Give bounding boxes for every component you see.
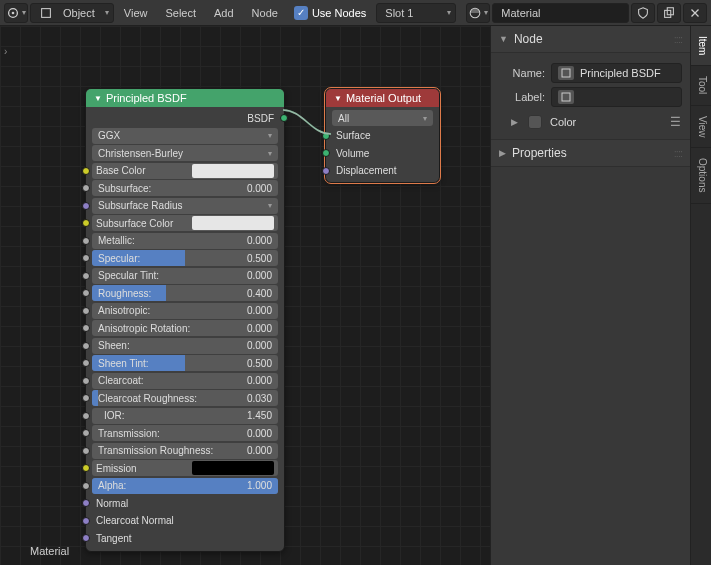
node-header[interactable]: ▼ Principled BSDF	[86, 89, 284, 107]
subsurface-method-dropdown[interactable]: Christensen-Burley ▾	[92, 145, 278, 161]
tab-item[interactable]: Item	[691, 26, 711, 66]
drag-icon[interactable]: ::::	[674, 33, 682, 45]
socket-out-icon[interactable]	[280, 114, 288, 122]
name-input[interactable]: Principled BSDF	[551, 63, 682, 83]
socket-in-icon[interactable]	[82, 394, 90, 402]
pin-button[interactable]	[631, 3, 655, 23]
socket-in-icon[interactable]	[82, 499, 90, 507]
use-nodes-toggle[interactable]: ✓ Use Nodes	[294, 6, 374, 20]
color-swatch[interactable]	[192, 461, 274, 475]
material-browse-button[interactable]: ▾	[466, 3, 490, 23]
prop-tangent[interactable]: Tangent	[92, 530, 278, 546]
prop-clearcoat-[interactable]: Clearcoat:0.000	[92, 373, 278, 389]
socket-in-icon[interactable]	[82, 219, 90, 227]
socket-in-icon[interactable]	[82, 429, 90, 437]
distribution-dropdown[interactable]: GGX ▾	[92, 128, 278, 144]
socket-in-icon[interactable]	[82, 184, 90, 192]
list-icon[interactable]: ☰	[670, 115, 682, 129]
socket-in-icon[interactable]	[82, 272, 90, 280]
node-editor-area[interactable]: › Material ▼ Principled BSDF BSDF GGX ▾ …	[0, 26, 490, 565]
new-material-button[interactable]	[657, 3, 681, 23]
prop-alpha-[interactable]: Alpha:1.000	[92, 478, 278, 494]
prop-sheen-tint-[interactable]: Sheen Tint:0.500	[92, 355, 278, 371]
socket-in-icon[interactable]	[82, 324, 90, 332]
socket-in-icon[interactable]	[82, 464, 90, 472]
chevron-down-icon: ▾	[447, 8, 451, 17]
collapse-icon: ▼	[499, 34, 508, 44]
color-checkbox[interactable]	[528, 115, 542, 129]
prop-specular-[interactable]: Specular:0.500	[92, 250, 278, 266]
object-icon	[39, 6, 53, 20]
material-name-field[interactable]: Material	[492, 3, 629, 23]
tab-options[interactable]: Options	[691, 148, 711, 203]
prop-sheen-[interactable]: Sheen:0.000	[92, 338, 278, 354]
prop-anisotropic-rotation-[interactable]: Anisotropic Rotation:0.000	[92, 320, 278, 336]
node-header[interactable]: ▼ Material Output	[326, 89, 439, 107]
prop-transmission-roughness-[interactable]: Transmission Roughness:0.000	[92, 443, 278, 459]
unlink-button[interactable]	[683, 3, 707, 23]
close-icon	[688, 6, 702, 20]
prop-metallic-[interactable]: Metallic:0.000	[92, 233, 278, 249]
target-dropdown[interactable]: All ▾	[332, 110, 433, 126]
prop-transmission-[interactable]: Transmission:0.000	[92, 425, 278, 441]
prop-specular-tint-[interactable]: Specular Tint:0.000	[92, 268, 278, 284]
socket-in-icon[interactable]	[82, 289, 90, 297]
panel-node-header[interactable]: ▼ Node ::::	[491, 26, 690, 53]
socket-in-icon[interactable]	[82, 307, 90, 315]
menu-view[interactable]: View	[116, 3, 156, 23]
socket-in-icon[interactable]	[82, 202, 90, 210]
panel-properties-header[interactable]: ▶ Properties ::::	[491, 140, 690, 167]
socket-in-icon[interactable]	[322, 132, 330, 140]
socket-in-icon[interactable]	[82, 517, 90, 525]
tab-view[interactable]: View	[691, 106, 711, 149]
socket-in-icon[interactable]	[82, 237, 90, 245]
socket-in-icon[interactable]	[82, 412, 90, 420]
prop-emission[interactable]: Emission	[92, 460, 278, 476]
socket-in-icon[interactable]	[322, 149, 330, 157]
chevron-down-icon: ▾	[268, 201, 272, 210]
socket-in-icon[interactable]	[82, 482, 90, 490]
editor-type-button[interactable]: ▾	[4, 3, 28, 23]
menu-select[interactable]: Select	[157, 3, 204, 23]
socket-in-icon[interactable]	[82, 254, 90, 262]
prop-roughness-[interactable]: Roughness:0.400	[92, 285, 278, 301]
prop-anisotropic-[interactable]: Anisotropic:0.000	[92, 303, 278, 319]
socket-in-icon[interactable]	[82, 447, 90, 455]
color-swatch[interactable]	[192, 164, 274, 178]
node-material-output[interactable]: ▼ Material Output All ▾ Surface Volume D…	[325, 88, 440, 183]
socket-in-icon[interactable]	[82, 534, 90, 542]
input-socket-volume[interactable]: Volume	[332, 145, 433, 161]
socket-in-icon[interactable]	[82, 342, 90, 350]
color-swatch[interactable]	[192, 216, 274, 230]
prop-subsurface-radius[interactable]: Subsurface Radius▾	[92, 198, 278, 214]
output-socket-bsdf[interactable]: BSDF	[92, 110, 278, 126]
label-input[interactable]	[551, 87, 682, 107]
prop-ior-[interactable]: IOR:1.450	[92, 408, 278, 424]
color-row[interactable]: ▶ Color ☰	[499, 111, 682, 133]
prop-normal[interactable]: Normal	[92, 495, 278, 511]
breadcrumb[interactable]: ›	[4, 46, 7, 57]
slot-dropdown[interactable]: Slot 1 ▾	[376, 3, 456, 23]
socket-in-icon[interactable]	[82, 377, 90, 385]
checkbox-checked-icon: ✓	[294, 6, 308, 20]
chevron-down-icon: ▾	[268, 131, 272, 140]
prop-base-color[interactable]: Base Color	[92, 163, 278, 179]
prop-subsurface-[interactable]: Subsurface:0.000	[92, 180, 278, 196]
socket-in-icon[interactable]	[82, 359, 90, 367]
prop-clearcoat-roughness-[interactable]: Clearcoat Roughness:0.030	[92, 390, 278, 406]
node-type-icon	[558, 90, 574, 104]
tab-tool[interactable]: Tool	[691, 66, 711, 105]
mode-dropdown[interactable]: Object ▾	[30, 3, 114, 23]
socket-in-icon[interactable]	[322, 167, 330, 175]
material-icon	[468, 6, 482, 20]
menu-node[interactable]: Node	[244, 3, 286, 23]
input-socket-surface[interactable]: Surface	[332, 128, 433, 144]
panel-node-body: Name: Principled BSDF Label: ▶ Color ☰	[491, 53, 690, 140]
node-principled-bsdf[interactable]: ▼ Principled BSDF BSDF GGX ▾ Christensen…	[85, 88, 285, 552]
prop-subsurface-color[interactable]: Subsurface Color	[92, 215, 278, 231]
drag-icon[interactable]: ::::	[674, 147, 682, 159]
input-socket-displacement[interactable]: Displacement	[332, 163, 433, 179]
prop-clearcoat-normal[interactable]: Clearcoat Normal	[92, 513, 278, 529]
socket-in-icon[interactable]	[82, 167, 90, 175]
menu-add[interactable]: Add	[206, 3, 242, 23]
